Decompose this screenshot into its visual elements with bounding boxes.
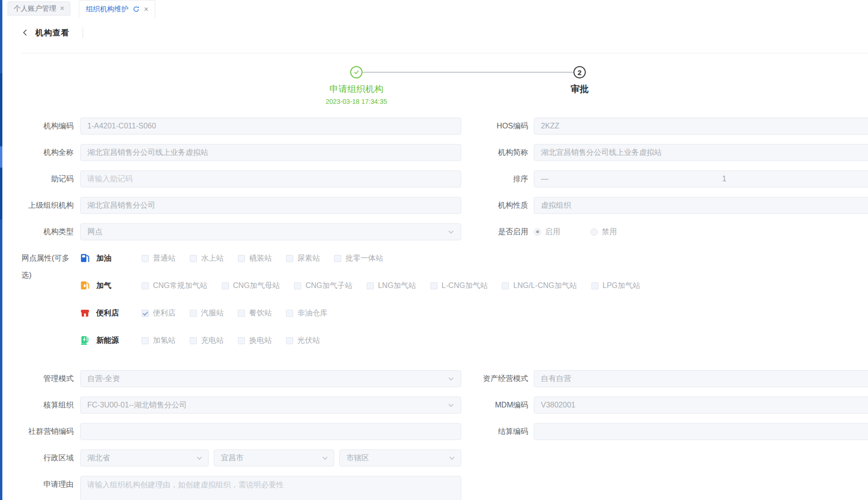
fuel-pump-icon bbox=[80, 254, 90, 263]
checkbox-option[interactable]: LNG加气站 bbox=[367, 281, 416, 291]
checkbox-icon bbox=[190, 255, 197, 262]
checkbox-option[interactable]: 非油仓库 bbox=[286, 308, 328, 318]
field-label: 机构全称 bbox=[2, 144, 80, 161]
mnemonic-input[interactable] bbox=[80, 170, 461, 187]
checkbox-icon bbox=[190, 337, 197, 344]
checkbox-option[interactable]: CNG加气母站 bbox=[222, 281, 280, 291]
chevron-down-icon bbox=[448, 229, 454, 235]
field-label: MDM编码 bbox=[461, 397, 534, 414]
province-select[interactable]: 湖北省 bbox=[80, 449, 209, 466]
checkbox-icon bbox=[430, 282, 438, 289]
page-header: 机构查看 bbox=[2, 18, 868, 40]
hos-code-input[interactable] bbox=[534, 118, 868, 135]
group-gas: 加气 CNG常规加气站 CNG加气母站 CNG加气子站 bbox=[80, 277, 835, 294]
checkbox-icon bbox=[591, 282, 598, 289]
district-select[interactable]: 市辖区 bbox=[339, 449, 461, 466]
checkbox-option[interactable]: CNG加气子站 bbox=[294, 281, 353, 291]
sort-number-stepper[interactable]: — 1 bbox=[534, 170, 868, 187]
field-label: 助记码 bbox=[2, 170, 80, 187]
org-code-input[interactable] bbox=[80, 118, 461, 135]
checkbox-icon bbox=[502, 282, 509, 289]
step1-title: 申请组织机构 bbox=[286, 83, 427, 95]
group-name: 加油 bbox=[96, 254, 142, 263]
refresh-icon[interactable] bbox=[133, 6, 140, 13]
tab-bar: 个人账户管理 × 组织机构维护 × bbox=[2, 0, 868, 18]
checkbox-option[interactable]: 橇装站 bbox=[238, 254, 272, 263]
field-label: 机构类型 bbox=[2, 223, 80, 240]
checkbox-icon bbox=[334, 255, 341, 262]
stepper: 2 申请组织机构 2023-03-18 17:34:35 审批 bbox=[2, 53, 868, 118]
checkbox-option[interactable]: 普通站 bbox=[142, 254, 176, 263]
org-view-form: 机构编码 HOS编码 机构全称 机构简称 助记码 排序 — 1 bbox=[2, 118, 868, 500]
checkbox-option[interactable]: 水上站 bbox=[190, 254, 224, 263]
checkbox-option[interactable]: LPG加气站 bbox=[591, 281, 640, 291]
parent-org-input[interactable] bbox=[80, 197, 461, 214]
org-full-name-input[interactable] bbox=[80, 144, 461, 161]
checkbox-option[interactable]: CNG常规加气站 bbox=[142, 281, 208, 291]
tab-org-maintenance[interactable]: 组织机构维护 × bbox=[79, 0, 155, 18]
mgmt-mode-select[interactable]: 自营-全资 bbox=[80, 370, 461, 387]
store-icon bbox=[80, 308, 90, 318]
community-marketing-code-input[interactable] bbox=[80, 423, 461, 440]
org-type-select[interactable]: 网点 bbox=[80, 223, 461, 240]
checkbox-option[interactable]: 汽服站 bbox=[190, 308, 224, 318]
checkbox-icon bbox=[286, 337, 293, 344]
field-label: 是否启用 bbox=[461, 223, 534, 240]
checkbox-icon bbox=[286, 310, 293, 317]
step2-number-icon: 2 bbox=[573, 66, 586, 78]
chevron-down-icon bbox=[448, 376, 454, 382]
checkbox-option[interactable]: LNG/L-CNG加气站 bbox=[502, 281, 577, 291]
close-icon[interactable]: × bbox=[60, 5, 64, 12]
close-icon[interactable]: × bbox=[144, 6, 148, 13]
radio-icon bbox=[590, 229, 598, 236]
checkbox-option[interactable]: 充电站 bbox=[190, 336, 224, 346]
gas-flame-icon bbox=[80, 281, 90, 290]
city-select[interactable]: 宜昌市 bbox=[214, 449, 334, 466]
radio-disable[interactable]: 禁用 bbox=[590, 227, 617, 237]
settlement-code-input[interactable] bbox=[534, 423, 868, 440]
checkbox-icon bbox=[286, 255, 293, 262]
checkbox-option[interactable]: 光伏站 bbox=[286, 336, 320, 346]
region-cascader: 湖北省 宜昌市 市辖区 bbox=[80, 449, 461, 466]
chevron-down-icon bbox=[448, 402, 454, 408]
checkbox-icon bbox=[142, 337, 149, 344]
back-button[interactable] bbox=[21, 29, 29, 36]
mdm-code-input[interactable] bbox=[534, 397, 868, 414]
checkbox-icon bbox=[238, 310, 245, 317]
field-label: HOS编码 bbox=[461, 118, 534, 135]
tab-personal-account[interactable]: 个人账户管理 × bbox=[8, 1, 70, 16]
sort-value: 1 bbox=[722, 175, 726, 183]
site-attribute-groups: 加油 普通站 水上站 橇装站 尿素站 bbox=[80, 250, 835, 349]
checkbox-option[interactable]: 尿素站 bbox=[286, 254, 320, 263]
checkbox-option[interactable]: 加氢站 bbox=[142, 336, 176, 346]
group-name: 新能源 bbox=[96, 336, 142, 346]
org-nature-input[interactable] bbox=[534, 197, 868, 214]
group-name: 加气 bbox=[96, 281, 142, 291]
checkbox-icon bbox=[222, 282, 229, 289]
step2-number: 2 bbox=[578, 68, 581, 76]
field-label: 机构性质 bbox=[461, 197, 534, 214]
step-connector bbox=[362, 72, 573, 73]
checkbox-option[interactable]: 换电站 bbox=[238, 336, 272, 346]
field-label: 网点属性(可多选) bbox=[2, 250, 80, 284]
radio-icon bbox=[534, 229, 541, 236]
accounting-org-select[interactable]: FC-3U00-01--湖北销售分公司 bbox=[80, 397, 461, 414]
apply-reason-textarea[interactable] bbox=[80, 476, 461, 500]
decrease-icon[interactable]: — bbox=[541, 171, 548, 187]
checkbox-icon bbox=[294, 282, 301, 289]
checkbox-option[interactable]: 便利店 bbox=[142, 308, 176, 318]
step1-time: 2023-03-18 17:34:35 bbox=[286, 98, 427, 105]
checkbox-icon bbox=[238, 255, 245, 262]
chevron-down-icon bbox=[196, 455, 202, 461]
radio-enable[interactable]: 启用 bbox=[534, 227, 560, 237]
tab-label: 个人账户管理 bbox=[14, 4, 56, 13]
asset-mode-input[interactable] bbox=[534, 370, 868, 387]
org-short-name-input[interactable] bbox=[534, 144, 868, 161]
checkbox-checked-icon bbox=[142, 310, 149, 317]
checkbox-option[interactable]: L-CNG加气站 bbox=[430, 281, 488, 291]
divider bbox=[83, 27, 83, 38]
checkbox-option[interactable]: 批零一体站 bbox=[334, 254, 383, 263]
tab-label: 组织机构维护 bbox=[86, 5, 128, 14]
collapsed-sidebar-strip bbox=[0, 0, 2, 500]
checkbox-option[interactable]: 餐饮站 bbox=[238, 308, 272, 318]
